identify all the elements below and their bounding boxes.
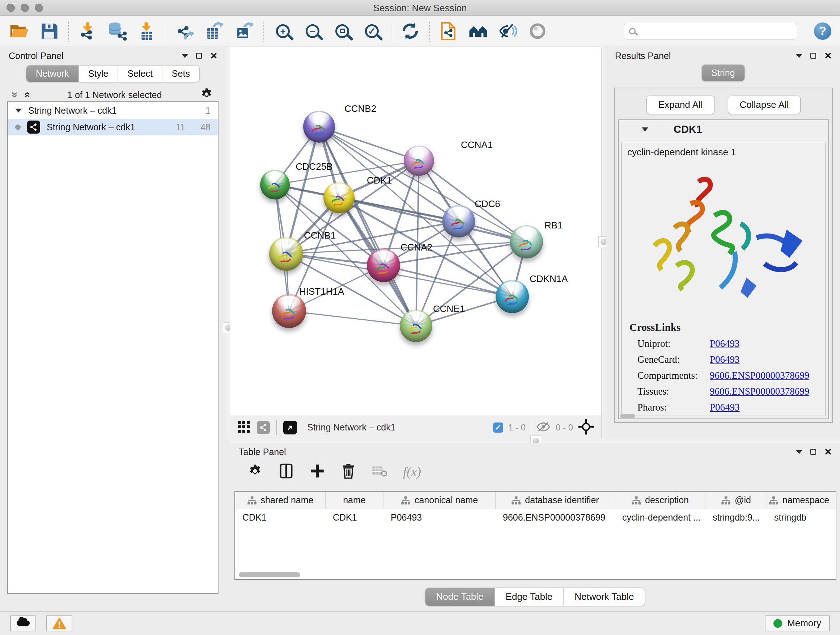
network-badge-icon[interactable] bbox=[257, 421, 270, 434]
crosslink-link[interactable]: 9606.ENSP00000378699 bbox=[710, 386, 809, 397]
zoom-out-icon[interactable]: − bbox=[302, 20, 324, 42]
network-edge[interactable] bbox=[319, 127, 526, 242]
network-collection-row[interactable]: String Network – cdk1 1 bbox=[8, 102, 218, 119]
table-cell[interactable]: CDK1 bbox=[325, 512, 384, 523]
network-edges[interactable] bbox=[230, 47, 601, 416]
collapse-all-icon[interactable]: » bbox=[10, 92, 21, 98]
hidden-eye-icon[interactable] bbox=[536, 421, 551, 434]
network-node-cdc6[interactable] bbox=[442, 205, 475, 238]
tab-network[interactable]: Network bbox=[27, 65, 79, 82]
network-node-hist1h1a[interactable] bbox=[272, 294, 306, 328]
network-edge[interactable] bbox=[289, 311, 416, 326]
export-image-icon[interactable] bbox=[234, 20, 256, 42]
tab-string[interactable]: String bbox=[702, 65, 744, 81]
column-header-database-identifier[interactable]: database identifier bbox=[496, 492, 615, 509]
refresh-layout-icon[interactable] bbox=[399, 20, 421, 42]
column-header-description[interactable]: description bbox=[615, 492, 706, 509]
tab-network-table[interactable]: Network Table bbox=[563, 588, 645, 606]
table-row[interactable]: CDK1CDK1P064939606.ENSP00000378699cyclin… bbox=[235, 509, 836, 526]
selected-checkbox-icon[interactable] bbox=[493, 423, 503, 432]
hide-eye-icon[interactable] bbox=[497, 20, 519, 42]
column-header-canonical-name[interactable]: canonical name bbox=[384, 492, 496, 509]
table-cell[interactable]: cyclin-dependent ... bbox=[615, 512, 706, 523]
tab-sets[interactable]: Sets bbox=[162, 65, 199, 82]
network-node-rb1[interactable] bbox=[510, 225, 543, 258]
zoom-fit-icon[interactable] bbox=[332, 20, 353, 42]
expand-all-icon[interactable]: » bbox=[21, 92, 32, 98]
right-splitter[interactable] bbox=[601, 47, 606, 439]
warnings-button[interactable] bbox=[46, 616, 73, 631]
network-node-ccne1[interactable] bbox=[400, 310, 432, 342]
tab-style[interactable]: Style bbox=[79, 65, 118, 82]
gene-entry-header[interactable]: CDK1 bbox=[619, 120, 829, 139]
table-panel-float-icon[interactable] bbox=[796, 450, 802, 454]
collapse-all-button[interactable]: Collapse All bbox=[728, 96, 801, 114]
network-node-ccna2[interactable] bbox=[367, 249, 400, 282]
network-options-gear-icon[interactable] bbox=[200, 87, 213, 103]
table-panel-close-icon[interactable] bbox=[824, 448, 831, 455]
column-header--id[interactable]: @id bbox=[706, 492, 767, 509]
table-cell[interactable]: CDK1 bbox=[235, 512, 325, 523]
table-panel-maximize-icon[interactable] bbox=[810, 449, 816, 455]
control-panel-maximize-icon[interactable] bbox=[196, 53, 202, 59]
expand-all-button[interactable]: Expand All bbox=[646, 96, 715, 114]
import-network-database-icon[interactable] bbox=[106, 20, 128, 42]
table-settings-gear-icon[interactable] bbox=[248, 463, 263, 480]
control-panel-close-icon[interactable] bbox=[210, 52, 217, 59]
results-panel-close-icon[interactable] bbox=[824, 52, 831, 59]
tab-edge-table[interactable]: Edge Table bbox=[494, 588, 564, 606]
gene-collapse-icon[interactable] bbox=[642, 127, 648, 131]
table-horizontal-scrollbar[interactable] bbox=[239, 572, 300, 577]
crosslink-row: Pharos:P06493 bbox=[638, 402, 826, 413]
export-table-icon[interactable] bbox=[204, 20, 226, 42]
grid-view-icon[interactable] bbox=[237, 420, 250, 435]
table-cell[interactable]: 9606.ENSP00000378699 bbox=[496, 512, 615, 523]
results-panel-float-icon[interactable] bbox=[796, 54, 802, 58]
save-session-icon[interactable] bbox=[38, 20, 60, 42]
tab-node-table[interactable]: Node Table bbox=[425, 588, 494, 606]
results-scrollbar[interactable] bbox=[620, 414, 635, 418]
zoom-in-icon[interactable]: + bbox=[272, 20, 294, 42]
fit-content-crosshair-icon[interactable] bbox=[578, 419, 594, 436]
delete-row-trash-icon[interactable] bbox=[341, 463, 356, 480]
crosslink-link[interactable]: 9606.ENSP00000378699 bbox=[710, 370, 809, 381]
open-session-icon[interactable] bbox=[9, 20, 30, 42]
network-node-ccna1[interactable] bbox=[404, 146, 434, 176]
results-panel-maximize-icon[interactable] bbox=[810, 53, 816, 59]
table-cell[interactable]: stringdb:9... bbox=[706, 512, 767, 523]
show-eye-icon[interactable] bbox=[527, 20, 548, 42]
export-network-icon[interactable] bbox=[174, 20, 196, 42]
control-panel-float-icon[interactable] bbox=[182, 54, 188, 58]
crosslink-link[interactable]: P06493 bbox=[710, 402, 740, 413]
network-canvas[interactable]: CCNB2CCNA1CDC25BCDK1CDC6RB1CCNB1CCNA2CDK… bbox=[230, 47, 601, 416]
table-cell[interactable]: stringdb bbox=[767, 512, 831, 523]
network-node-cdkn1a[interactable] bbox=[496, 280, 529, 313]
network-node-ccnb1[interactable] bbox=[269, 237, 303, 271]
string-home-icon[interactable] bbox=[467, 20, 489, 42]
search-box[interactable] bbox=[624, 23, 797, 40]
crosslink-link[interactable]: P06493 bbox=[710, 338, 740, 349]
search-input[interactable] bbox=[639, 26, 792, 36]
horizontal-splitter[interactable] bbox=[230, 439, 840, 443]
zoom-selected-icon[interactable]: ✓ bbox=[361, 20, 383, 42]
collection-expand-icon[interactable] bbox=[15, 109, 22, 112]
network-node-ccnb2[interactable] bbox=[303, 111, 335, 143]
network-node-cdc25b[interactable] bbox=[260, 170, 290, 200]
show-columns-icon[interactable] bbox=[279, 463, 294, 480]
cloud-status-button[interactable] bbox=[10, 616, 36, 631]
column-header-namespace[interactable]: namespace bbox=[767, 492, 831, 509]
network-node-cdk1[interactable] bbox=[324, 182, 355, 213]
import-network-file-icon[interactable] bbox=[77, 20, 98, 42]
column-header-name[interactable]: name bbox=[325, 492, 384, 509]
add-column-icon[interactable] bbox=[309, 463, 325, 480]
share-document-icon[interactable] bbox=[438, 20, 459, 42]
import-table-file-icon[interactable] bbox=[136, 20, 158, 42]
help-button[interactable]: ? bbox=[814, 22, 831, 40]
memory-button[interactable]: Memory bbox=[765, 616, 830, 631]
tab-select[interactable]: Select bbox=[118, 65, 162, 82]
crosslink-link[interactable]: P06493 bbox=[710, 354, 740, 365]
column-header-shared-name[interactable]: shared name bbox=[235, 492, 325, 509]
network-row[interactable]: String Network – cdk1 11 48 bbox=[8, 119, 218, 135]
detach-view-icon[interactable] bbox=[283, 421, 297, 434]
table-cell[interactable]: P06493 bbox=[384, 512, 496, 523]
